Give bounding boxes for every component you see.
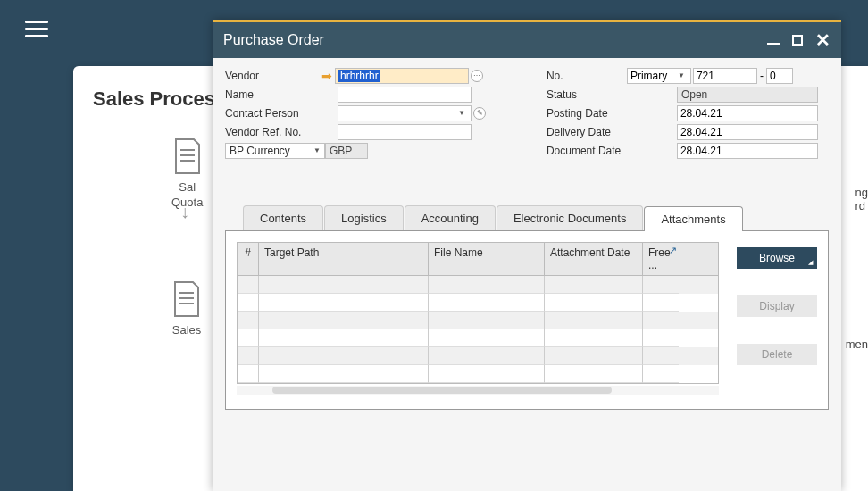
flow-arrow-icon: ↓ — [180, 202, 189, 222]
vendor-label: Vendor — [225, 70, 321, 82]
delete-button: Delete — [737, 344, 817, 365]
no-type-select[interactable]: Primary▼ — [627, 68, 691, 84]
hamburger-menu[interactable] — [25, 16, 48, 42]
vendor-ref-input[interactable] — [338, 124, 472, 140]
display-button: Display — [737, 295, 817, 317]
table-row[interactable] — [238, 294, 718, 312]
table-row[interactable] — [238, 347, 718, 365]
delivery-date-input[interactable] — [677, 124, 818, 140]
name-label: Name — [225, 88, 321, 101]
currency-value: GBP — [325, 143, 368, 159]
attachments-table[interactable]: # Target Path File Name Attachment Date … — [237, 242, 719, 384]
lookup-icon[interactable]: ⋯ — [471, 70, 483, 82]
partial-text: men — [846, 337, 868, 351]
tab-attachments[interactable]: Attachments — [644, 206, 742, 231]
tab-contents[interactable]: Contents — [243, 205, 323, 230]
col-attachment-date[interactable]: Attachment Date — [545, 243, 643, 275]
vendor-input[interactable]: hrhrhrhr — [335, 68, 469, 84]
no-label: No. — [547, 70, 627, 82]
tab-logistics[interactable]: Logistics — [324, 205, 404, 230]
table-row[interactable] — [238, 276, 718, 294]
minimize-button[interactable] — [767, 36, 780, 45]
close-button[interactable]: ✕ — [815, 29, 830, 51]
posting-date-input[interactable] — [677, 105, 818, 121]
maximize-button[interactable] — [792, 35, 803, 46]
no-input[interactable] — [693, 68, 757, 84]
col-target-path[interactable]: Target Path — [259, 243, 429, 275]
window-titlebar[interactable]: Purchase Order ✕ — [213, 22, 841, 58]
edit-icon[interactable]: ✎ — [473, 107, 486, 120]
tab-electronic-documents[interactable]: Electronic Documents — [497, 205, 643, 230]
posting-date-label: Posting Date — [547, 107, 677, 120]
horizontal-scrollbar[interactable] — [237, 386, 719, 395]
table-row[interactable] — [238, 365, 718, 383]
document-icon — [171, 280, 202, 318]
table-header: # Target Path File Name Attachment Date … — [238, 243, 718, 276]
vendor-ref-label: Vendor Ref. No. — [225, 126, 321, 138]
status-label: Status — [547, 88, 677, 101]
contact-select[interactable]: ▼ — [338, 105, 472, 121]
tab-accounting[interactable]: Accounting — [405, 205, 496, 230]
document-icon — [172, 137, 203, 175]
col-file-name[interactable]: File Name — [429, 243, 545, 275]
status-value: Open — [677, 87, 818, 103]
page-title: Sales Process — [93, 87, 226, 111]
sales-tile[interactable]: Sales — [171, 280, 202, 338]
document-date-label: Document Date — [547, 145, 677, 157]
name-input[interactable] — [338, 87, 472, 103]
tile-label: Sales — [171, 323, 202, 338]
purchase-order-window: Purchase Order ✕ Vendor ➡ hrhrhrhr ⋯ Nam… — [213, 20, 841, 491]
window-title: Purchase Order — [223, 32, 767, 48]
document-date-input[interactable] — [677, 143, 818, 159]
browse-button[interactable]: Browse — [737, 247, 817, 269]
expand-icon[interactable]: ↗ — [669, 245, 677, 256]
no-suffix-input[interactable] — [766, 68, 793, 84]
partial-text: ngrd — [855, 186, 868, 212]
col-free-text[interactable]: Free ...↗ — [643, 243, 679, 275]
table-row[interactable] — [238, 329, 718, 347]
link-arrow-icon[interactable]: ➡ — [321, 69, 332, 83]
attachments-panel: # Target Path File Name Attachment Date … — [225, 231, 829, 410]
col-number[interactable]: # — [238, 243, 259, 275]
sales-quotation-tile[interactable]: SalQuota — [171, 137, 203, 211]
contact-label: Contact Person — [225, 107, 321, 120]
form-area: Vendor ➡ hrhrhrhr ⋯ Name Contact Person … — [213, 58, 841, 170]
delivery-date-label: Delivery Date — [547, 126, 677, 138]
table-row[interactable] — [238, 312, 718, 329]
tabstrip: Contents Logistics Accounting Electronic… — [225, 205, 829, 231]
currency-type-select[interactable]: BP Currency — [225, 143, 325, 159]
